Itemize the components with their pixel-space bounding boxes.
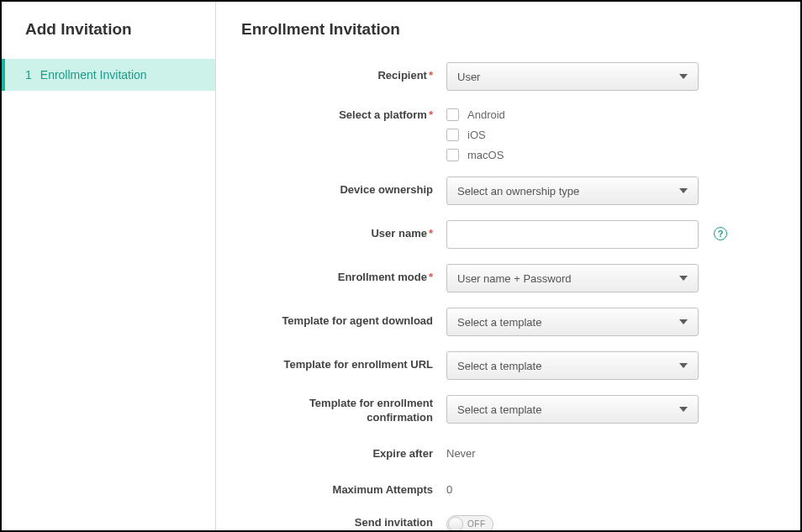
input-username[interactable] — [446, 220, 699, 249]
chevron-down-icon — [679, 407, 688, 412]
required-asterisk: * — [429, 108, 433, 121]
select-template-confirm[interactable]: Select a template — [446, 395, 699, 424]
checkbox-icon — [446, 108, 459, 121]
row-template-agent: Template for agent download Select a tem… — [241, 308, 775, 336]
row-platform: Select a platform* Android iOS macOS — [241, 106, 775, 161]
platform-checkbox-group: Android iOS macOS — [446, 106, 505, 161]
main-panel: Enrollment Invitation Recipient* User Se… — [216, 2, 800, 530]
app-container: Add Invitation 1 Enrollment Invitation E… — [0, 0, 802, 532]
select-recipient[interactable]: User — [446, 62, 699, 91]
page-title: Enrollment Invitation — [241, 20, 775, 39]
toggle-knob — [448, 517, 463, 530]
sidebar-title: Add Invitation — [2, 20, 215, 59]
select-template-confirm-value: Select a template — [457, 403, 541, 416]
row-recipient: Recipient* User — [241, 62, 775, 91]
required-asterisk: * — [429, 227, 433, 240]
checkbox-icon — [446, 149, 459, 161]
step-number: 1 — [25, 68, 32, 82]
select-recipient-value: User — [457, 71, 480, 83]
chevron-down-icon — [679, 363, 688, 368]
value-expire-after: Never — [446, 440, 476, 460]
required-asterisk: * — [429, 69, 433, 82]
row-max-attempts: Maximum Attempts 0 — [241, 477, 775, 498]
select-template-agent-value: Select a template — [457, 316, 541, 329]
toggle-state-label: OFF — [467, 519, 486, 529]
required-asterisk: * — [429, 271, 433, 283]
label-recipient: Recipient* — [241, 62, 446, 91]
label-template-confirm: Template for enrollment confirmation — [241, 395, 446, 425]
checkbox-icon — [446, 129, 459, 141]
chevron-down-icon — [679, 74, 688, 79]
label-expire-after: Expire after — [241, 440, 446, 461]
row-expire-after: Expire after Never — [241, 440, 775, 461]
select-template-agent[interactable]: Select a template — [446, 308, 699, 336]
chevron-down-icon — [679, 276, 688, 281]
row-send-invitation: Send invitation OFF — [241, 513, 775, 530]
toggle-send-invitation[interactable]: OFF — [446, 515, 493, 530]
step-enrollment-invitation[interactable]: 1 Enrollment Invitation — [2, 59, 215, 91]
value-max-attempts: 0 — [446, 477, 452, 496]
step-label: Enrollment Invitation — [40, 68, 147, 82]
chevron-down-icon — [679, 319, 688, 324]
checkbox-android[interactable]: Android — [446, 108, 505, 121]
select-template-url[interactable]: Select a template — [446, 351, 699, 380]
select-enrollment-mode-value: User name + Password — [457, 272, 571, 285]
label-max-attempts: Maximum Attempts — [241, 477, 446, 498]
row-template-confirm: Template for enrollment confirmation Sel… — [241, 395, 775, 425]
row-enrollment-mode: Enrollment mode* User name + Password — [241, 264, 775, 292]
label-enrollment-mode: Enrollment mode* — [241, 264, 446, 292]
select-ownership[interactable]: Select an ownership type — [446, 176, 699, 205]
row-ownership: Device ownership Select an ownership typ… — [241, 176, 775, 205]
select-template-url-value: Select a template — [457, 360, 541, 372]
row-template-url: Template for enrollment URL Select a tem… — [241, 351, 775, 380]
label-ownership: Device ownership — [241, 176, 446, 205]
label-template-agent: Template for agent download — [241, 308, 446, 336]
label-template-url: Template for enrollment URL — [241, 351, 446, 380]
select-ownership-value: Select an ownership type — [457, 185, 579, 198]
label-username: User name* — [241, 220, 446, 249]
chevron-down-icon — [679, 188, 688, 193]
checkbox-macos[interactable]: macOS — [446, 149, 505, 161]
label-platform: Select a platform* — [241, 106, 446, 161]
select-enrollment-mode[interactable]: User name + Password — [446, 264, 699, 292]
help-icon[interactable]: ? — [714, 227, 727, 240]
row-username: User name* ? — [241, 220, 775, 249]
checkbox-ios[interactable]: iOS — [446, 129, 505, 141]
label-send-invitation: Send invitation — [241, 513, 446, 530]
sidebar: Add Invitation 1 Enrollment Invitation — [2, 2, 216, 530]
